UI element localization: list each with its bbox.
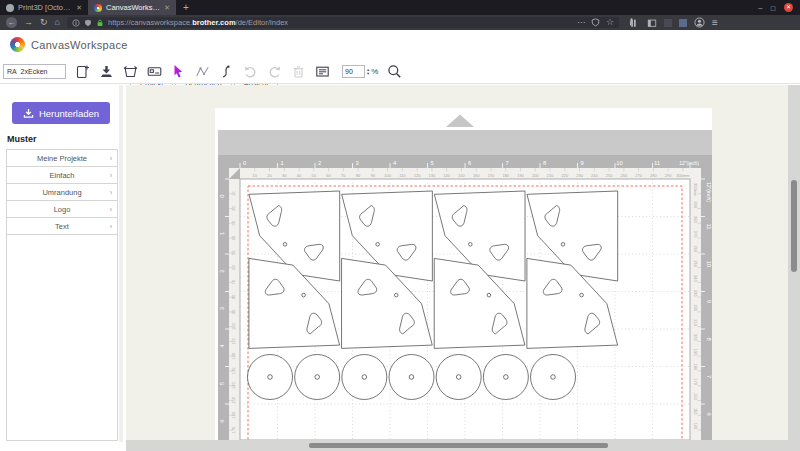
svg-text:7: 7 [505, 160, 508, 166]
new-project-icon[interactable] [74, 64, 90, 80]
tab-close-icon[interactable]: ✕ [164, 4, 170, 12]
sidebar-scrollbar[interactable] [119, 85, 123, 442]
svg-text:60: 60 [326, 173, 331, 178]
select-tool-icon[interactable] [170, 64, 186, 80]
svg-text:60: 60 [232, 265, 237, 270]
site-info-icon[interactable] [72, 19, 80, 27]
svg-text:270: 270 [635, 173, 642, 178]
forward-button[interactable]: → [24, 18, 33, 27]
svg-text:90: 90 [232, 309, 237, 314]
properties-panel-icon[interactable] [314, 64, 330, 80]
svg-text:6: 6 [468, 160, 471, 166]
download-button-label: Herunterladen [39, 108, 99, 119]
svg-text:1: 1 [280, 160, 283, 166]
svg-text:200: 200 [693, 334, 698, 341]
project-name-input[interactable] [3, 64, 66, 79]
export-to-machine-icon[interactable] [98, 64, 114, 80]
horizontal-scrollbar-track[interactable] [126, 440, 800, 451]
machine-icon[interactable] [146, 64, 162, 80]
design-canvas[interactable]: 0123456789101112"(inch)10203040506070809… [126, 85, 800, 451]
zoom-magnifier-icon[interactable] [386, 64, 402, 80]
browser-tab-canvasworkspace[interactable]: CanvasWorkspace ✕ [88, 0, 176, 15]
curve-tool-icon[interactable] [218, 64, 234, 80]
svg-text:0: 0 [219, 194, 225, 197]
pocket-icon[interactable] [591, 18, 600, 27]
zoom-down-icon[interactable]: ▾ [367, 72, 369, 76]
polyline-tool-icon[interactable] [194, 64, 210, 80]
app-toolbar: ▴ ▾ % [0, 60, 800, 84]
tracking-shield-icon[interactable] [84, 19, 92, 27]
circle-shape[interactable] [483, 355, 528, 400]
page-actions-icon[interactable]: ⋯ [577, 19, 585, 27]
corner-tile[interactable] [527, 191, 618, 348]
window-close-button[interactable]: ✕ [784, 3, 793, 12]
library-icon[interactable] [630, 18, 640, 28]
vertical-scrollbar-track[interactable] [788, 85, 800, 451]
corner-tile[interactable] [342, 191, 433, 348]
sidebar-item-meine-projekte[interactable]: Meine Projekte › [7, 150, 117, 167]
cutting-mat[interactable]: 0123456789101112"(inch)10203040506070809… [215, 108, 712, 440]
svg-text:300mm: 300mm [676, 173, 690, 178]
tab-title: Print3D [OctoPrint] [18, 3, 72, 12]
tab-close-icon[interactable]: ✕ [76, 4, 82, 12]
https-lock-icon [96, 19, 104, 27]
svg-text:160: 160 [693, 393, 698, 400]
window-minimize-button[interactable]: – [758, 3, 762, 12]
svg-text:10: 10 [616, 160, 622, 166]
circle-shape[interactable] [342, 355, 387, 400]
zoom-level-input[interactable] [342, 65, 365, 78]
svg-text:160: 160 [473, 173, 480, 178]
svg-text:3: 3 [355, 160, 358, 166]
sidebar-toggle-icon[interactable] [647, 18, 657, 28]
svg-text:6: 6 [706, 412, 712, 415]
vertical-scrollbar-thumb[interactable] [791, 180, 797, 272]
extension-icon[interactable] [679, 19, 687, 27]
reload-button[interactable]: ↻ [40, 18, 48, 27]
profile-icon[interactable] [694, 17, 705, 28]
back-button[interactable]: ← [6, 17, 17, 28]
pattern-category-panel: Meine Projekte › Einfach › Umrandung › L… [6, 149, 118, 441]
delete-trash-icon[interactable] [290, 64, 306, 80]
horizontal-scrollbar-thumb[interactable] [309, 443, 608, 448]
redo-icon[interactable] [266, 64, 282, 80]
svg-text:10: 10 [253, 173, 258, 178]
menu-hamburger-icon[interactable]: ≡ [712, 18, 718, 28]
circle-shape[interactable] [295, 355, 340, 400]
circle-shape[interactable] [389, 355, 434, 400]
svg-text:140: 140 [693, 423, 698, 430]
url-bar[interactable]: https://canvasworkspace.brother.com/de/E… [67, 17, 619, 28]
app-title: CanvasWorkspace [31, 39, 128, 51]
extension-icon[interactable] [664, 19, 672, 27]
undo-icon[interactable] [242, 64, 258, 80]
scan-basket-icon[interactable] [122, 64, 138, 80]
window-maximize-button[interactable]: ▢ [770, 4, 776, 11]
zoom-stepper[interactable]: ▴ ▾ [367, 68, 369, 76]
circle-shape[interactable] [531, 355, 576, 400]
bookmark-star-icon[interactable]: ☆ [606, 18, 614, 27]
svg-text:0: 0 [243, 160, 246, 166]
svg-text:30: 30 [232, 220, 237, 225]
new-tab-button[interactable]: + [176, 0, 196, 15]
sidebar-item-text[interactable]: Text › [7, 218, 117, 235]
svg-text:10: 10 [706, 261, 712, 267]
svg-text:11: 11 [706, 223, 712, 229]
home-button[interactable]: ⌂ [55, 18, 60, 27]
svg-text:130: 130 [232, 367, 237, 374]
sidebar-item-logo[interactable]: Logo › [7, 201, 117, 218]
svg-text:5: 5 [430, 160, 433, 166]
sidebar-item-umrandung[interactable]: Umrandung › [7, 184, 117, 201]
browser-tab-bar: Print3D [OctoPrint] ✕ CanvasWorkspace ✕ … [0, 0, 800, 15]
circle-shape[interactable] [436, 355, 481, 400]
browser-tab-octoprint[interactable]: Print3D [OctoPrint] ✕ [0, 0, 88, 15]
svg-text:280: 280 [693, 216, 698, 223]
svg-text:40: 40 [297, 173, 302, 178]
screen: Print3D [OctoPrint] ✕ CanvasWorkspace ✕ … [0, 0, 800, 451]
download-button[interactable]: Herunterladen [12, 102, 110, 124]
corner-tile[interactable] [249, 191, 340, 348]
svg-text:160: 160 [232, 411, 237, 418]
svg-text:10: 10 [232, 191, 237, 196]
sidebar-item-einfach[interactable]: Einfach › [7, 167, 117, 184]
svg-text:8: 8 [706, 337, 712, 340]
circle-shape[interactable] [248, 355, 293, 400]
corner-tile[interactable] [434, 191, 525, 348]
